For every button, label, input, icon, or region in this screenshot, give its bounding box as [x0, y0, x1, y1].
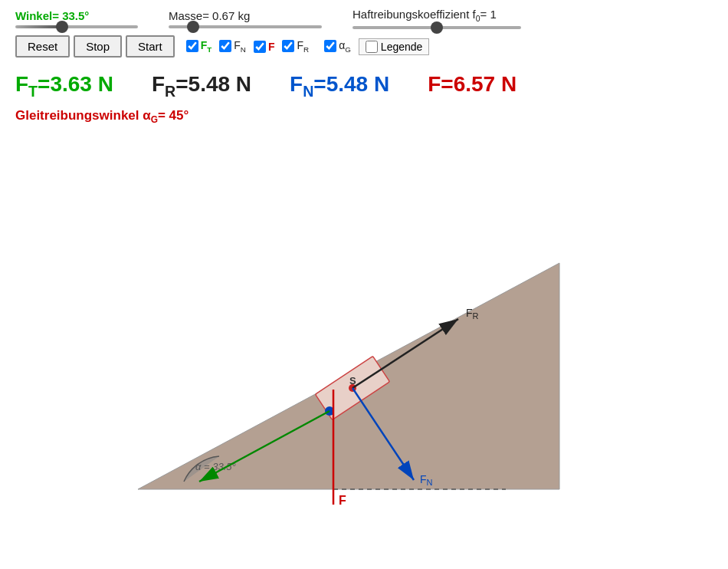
stop-button[interactable]: Stop [74, 35, 122, 58]
cb-ag-input[interactable] [324, 40, 336, 52]
angle-label: α = 33.5° [195, 461, 236, 472]
haft-slider[interactable] [353, 26, 521, 29]
cb-f[interactable]: F [254, 41, 275, 53]
checkboxes-row: FT FN F FR αG [186, 38, 430, 55]
masse-slider[interactable] [169, 25, 322, 28]
cb-fr-input[interactable] [282, 40, 294, 52]
cb-ft-label: FT [201, 39, 212, 54]
cb-fr[interactable]: FR [282, 39, 309, 54]
legende-label: Legende [381, 41, 423, 53]
fn-value: FN=5.48 N [290, 72, 389, 100]
top-controls: Winkel= 33.5° Masse= 0.67 kg Haftreibung… [0, 0, 728, 66]
fr-value: FR=5.48 N [152, 72, 251, 100]
reset-button[interactable]: Reset [15, 35, 70, 58]
f-label: F [339, 494, 346, 505]
cb-fr-label: FR [297, 39, 309, 54]
alpha-line: Gleitreibungswinkel αG= 45° [0, 107, 728, 129]
legende-box: Legende [359, 38, 430, 55]
cb-legende-input[interactable] [366, 41, 378, 53]
cb-fn-label: FN [234, 39, 246, 54]
cb-f-label: F [268, 41, 275, 53]
winkel-slider[interactable] [15, 25, 138, 28]
start-button[interactable]: Start [126, 35, 175, 58]
haft-label: Haftreibungskoeffizient f0= 1 [353, 8, 497, 23]
winkel-group: Winkel= 33.5° [15, 9, 138, 28]
cb-f-input[interactable] [254, 41, 266, 53]
sliders-row: Winkel= 33.5° Masse= 0.67 kg Haftreibung… [15, 8, 713, 29]
values-row: FT=3.63 N FR=5.48 N FN=5.48 N F=6.57 N [0, 66, 728, 107]
haft-group: Haftreibungskoeffizient f0= 1 [353, 8, 521, 29]
f-value: F=6.57 N [428, 72, 516, 97]
masse-group: Masse= 0.67 kg [169, 9, 322, 28]
cb-ag[interactable]: αG [324, 39, 351, 54]
ft-value: FT=3.63 N [15, 72, 113, 100]
physics-diagram: α = 33.5° S [0, 129, 728, 505]
cb-fn-input[interactable] [219, 40, 231, 52]
cb-fn[interactable]: FN [219, 39, 246, 54]
cb-ft-input[interactable] [186, 40, 198, 52]
cb-ag-label: αG [339, 39, 351, 54]
cb-ft[interactable]: FT [186, 39, 212, 54]
diagram-area: α = 33.5° S [0, 129, 728, 505]
